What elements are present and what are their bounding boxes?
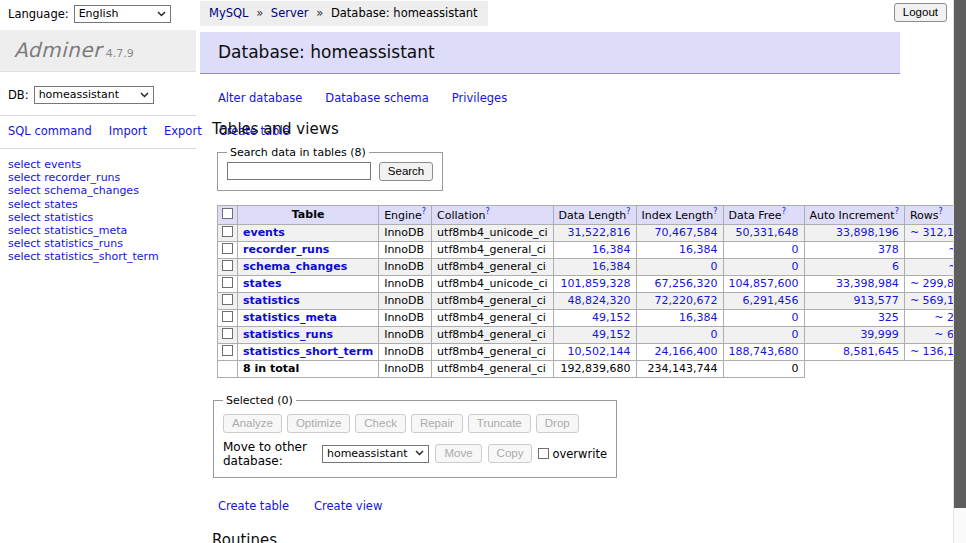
row-checkbox[interactable]	[222, 311, 233, 322]
selected-action-button[interactable]: Optimize	[287, 414, 350, 433]
sidebar-action-link[interactable]: Import	[109, 124, 147, 138]
data-length-link[interactable]: 101,859,328	[561, 277, 631, 290]
auto-increment-link[interactable]: 33,398,984	[836, 277, 899, 290]
selected-action-button[interactable]: Truncate	[468, 414, 531, 433]
auto-increment-link[interactable]: 6	[892, 260, 899, 273]
table-name-link[interactable]: statistics_runs	[243, 328, 333, 341]
index-length-link[interactable]: 72,220,672	[655, 294, 718, 307]
data-length-link[interactable]: 48,824,320	[568, 294, 631, 307]
index-length-link[interactable]: 16,384	[679, 243, 718, 256]
selected-action-button[interactable]: Check	[355, 414, 406, 433]
auto-increment-link[interactable]: 33,898,196	[836, 226, 899, 239]
sidebar-action-link[interactable]: Export	[164, 124, 202, 138]
search-input[interactable]	[227, 162, 371, 180]
help-link[interactable]: ?	[626, 207, 630, 216]
engine-cell: InnoDB	[379, 309, 432, 326]
index-length-link[interactable]: 70,467,584	[655, 226, 718, 239]
db-select[interactable]: homeassistant	[34, 86, 154, 104]
move-database-select[interactable]: homeassistant	[322, 445, 430, 463]
adminer-version-link[interactable]: 4.7.9	[106, 47, 134, 60]
table-name-link[interactable]: schema_changes	[243, 260, 347, 273]
row-checkbox[interactable]	[222, 277, 233, 288]
create-link[interactable]: Create table	[218, 499, 289, 513]
table-name-link[interactable]: recorder_runs	[243, 243, 329, 256]
search-button[interactable]: Search	[379, 162, 433, 181]
help-link[interactable]: ?	[713, 207, 717, 216]
data-free-link[interactable]: 50,331,648	[736, 226, 799, 239]
index-length-link[interactable]: 24,166,400	[655, 345, 718, 358]
help-link[interactable]: ?	[422, 207, 426, 216]
create-link[interactable]: Create view	[314, 499, 382, 513]
row-checkbox[interactable]	[222, 260, 233, 271]
auto-increment-link[interactable]: 325	[878, 311, 899, 324]
breadcrumb-server-link[interactable]: Server	[271, 6, 309, 20]
table-name-link[interactable]: events	[243, 226, 285, 239]
selected-action-button[interactable]: Analyze	[223, 414, 282, 433]
table-name-link[interactable]: statistics_meta	[243, 311, 337, 324]
row-checkbox[interactable]	[222, 328, 233, 339]
sidebar-select-table-link[interactable]: select recorder_runs	[8, 171, 196, 184]
auto-increment-link[interactable]: 8,581,645	[843, 345, 899, 358]
language-select[interactable]: English	[74, 5, 171, 23]
adminer-logo-link[interactable]: Adminer	[14, 38, 102, 62]
data-length-link[interactable]: 49,152	[592, 311, 631, 324]
sidebar-action-link[interactable]: SQL command	[8, 124, 92, 138]
chevron-down-icon	[157, 11, 166, 17]
data-length-link[interactable]: 49,152	[592, 328, 631, 341]
index-length-link[interactable]: 0	[711, 260, 718, 273]
data-free-link[interactable]: 0	[792, 311, 799, 324]
database-action-link[interactable]: Database schema	[325, 91, 428, 105]
data-free-link[interactable]: 6,291,456	[743, 294, 799, 307]
overwrite-option[interactable]: overwrite	[538, 447, 607, 461]
data-free-link[interactable]: 0	[792, 328, 799, 341]
auto-increment-link[interactable]: 39,999	[860, 328, 899, 341]
logout-button[interactable]: Logout	[894, 3, 947, 22]
index-length-link[interactable]: 67,256,320	[655, 277, 718, 290]
collation-cell: utf8mb4_general_ci	[432, 309, 553, 326]
data-free-link[interactable]: 0	[792, 260, 799, 273]
breadcrumb-mysql-link[interactable]: MySQL	[209, 6, 249, 20]
selected-action-button[interactable]: Repair	[411, 414, 463, 433]
sidebar-select-table-link[interactable]: select statistics_short_term	[8, 250, 196, 263]
auto-increment-link[interactable]: 913,577	[853, 294, 899, 307]
sidebar-select-table-link[interactable]: select statistics_runs	[8, 237, 196, 250]
data-free-link[interactable]: 104,857,600	[729, 277, 799, 290]
move-button[interactable]: Move	[435, 444, 481, 463]
index-length-link[interactable]: 0	[711, 328, 718, 341]
help-link[interactable]: ?	[782, 207, 786, 216]
main-content: MySQL » Server » Database: homeassistant…	[200, 0, 952, 543]
overwrite-checkbox[interactable]	[538, 448, 549, 459]
database-action-link[interactable]: Alter database	[218, 91, 302, 105]
scrollbar-thumb[interactable]	[954, 0, 966, 508]
table-name-link[interactable]: statistics_short_term	[243, 345, 373, 358]
row-checkbox[interactable]	[222, 243, 233, 254]
help-link[interactable]: ?	[895, 207, 899, 216]
index-length-link[interactable]: 16,384	[679, 311, 718, 324]
vertical-scrollbar[interactable]	[953, 0, 966, 543]
help-link[interactable]: ?	[938, 207, 942, 216]
data-length-link[interactable]: 16,384	[592, 243, 631, 256]
table-name-link[interactable]: states	[243, 277, 282, 290]
sidebar-select-table-link[interactable]: select statistics	[8, 211, 196, 224]
sidebar-select-table-link[interactable]: select schema_changes	[8, 184, 196, 197]
data-length-link[interactable]: 16,384	[592, 260, 631, 273]
auto-increment-link[interactable]: 378	[878, 243, 899, 256]
collation-cell: utf8mb4_general_ci	[432, 292, 553, 309]
data-length-link[interactable]: 31,522,816	[568, 226, 631, 239]
sidebar-select-table-link[interactable]: select statistics_meta	[8, 224, 196, 237]
database-action-link[interactable]: Privileges	[452, 91, 507, 105]
selected-action-button[interactable]: Drop	[536, 414, 579, 433]
data-free-link[interactable]: 0	[792, 243, 799, 256]
row-checkbox[interactable]	[222, 294, 233, 305]
table-name-link[interactable]: statistics	[243, 294, 300, 307]
select-all-checkbox[interactable]	[222, 208, 233, 219]
sidebar-select-table-link[interactable]: select events	[8, 158, 196, 171]
copy-button[interactable]: Copy	[488, 444, 533, 463]
row-checkbox[interactable]	[222, 345, 233, 356]
data-length-link[interactable]: 10,502,144	[568, 345, 631, 358]
help-link[interactable]: ?	[485, 207, 489, 216]
row-checkbox[interactable]	[222, 226, 233, 237]
sidebar-select-table-link[interactable]: select states	[8, 198, 196, 211]
move-label: Move to other database:	[223, 440, 316, 468]
data-free-link[interactable]: 188,743,680	[729, 345, 799, 358]
